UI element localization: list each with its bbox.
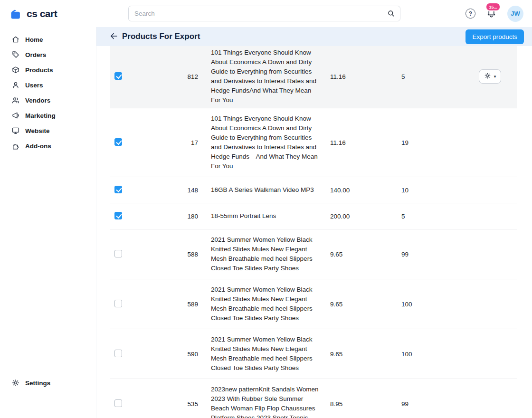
brand-text: cs cart — [27, 8, 57, 19]
sidebar-item-marketing[interactable]: Marketing — [0, 108, 96, 123]
product-qty: 5 — [401, 73, 463, 80]
sidebar-nav: Home Orders Products Users Vendors Marke… — [0, 32, 96, 153]
product-price: 9.65 — [330, 351, 401, 358]
help-icon[interactable]: ? — [466, 9, 475, 19]
product-name: 16GB A Series Walkman Video MP3 — [198, 185, 330, 195]
table-row: 180 18-55mm Portrait Lens 200.00 5 ▾ — [110, 203, 517, 229]
table-row: 148 16GB A Series Walkman Video MP3 140.… — [110, 177, 517, 203]
product-price: 9.65 — [330, 301, 401, 308]
search-icon[interactable] — [387, 9, 396, 20]
product-name: 101 Things Everyone Should Know About Ec… — [198, 48, 330, 105]
caret-down-icon: ▾ — [494, 74, 496, 79]
gear-icon — [11, 379, 20, 387]
search-bar — [128, 6, 400, 21]
row-checkbox[interactable] — [114, 250, 122, 257]
product-qty: 99 — [401, 251, 463, 258]
table-row: 535 2023new patternKnit Sandals Women 20… — [110, 379, 517, 418]
row-checkbox[interactable] — [114, 212, 122, 219]
product-name: 2021 Summer Women Yellow Black Knitted S… — [198, 235, 330, 273]
users-icon — [11, 81, 20, 89]
sidebar-item-orders[interactable]: Orders — [0, 47, 96, 62]
row-checkbox[interactable] — [114, 72, 122, 80]
table-row: 589 2021 Summer Women Yellow Black Knitt… — [110, 279, 517, 329]
row-checkbox[interactable] — [114, 138, 122, 146]
notifications-button[interactable]: 15... — [486, 7, 497, 20]
cs-cart-logo-icon — [10, 7, 23, 20]
product-qty: 100 — [401, 351, 463, 358]
sidebar-item-home[interactable]: Home — [0, 32, 96, 47]
notification-badge: 15... — [485, 2, 501, 11]
topbar-actions: ? 15... JW — [466, 6, 532, 22]
product-id: 812 — [138, 73, 198, 80]
row-checkbox[interactable] — [114, 350, 122, 357]
row-tools-button[interactable]: ▾ — [479, 69, 502, 84]
export-products-button[interactable]: Export products — [466, 29, 524, 44]
products-table-body: 812 101 Things Everyone Should Know Abou… — [110, 46, 517, 418]
product-qty: 5 — [401, 213, 463, 220]
row-checkbox[interactable] — [114, 399, 122, 407]
page-title: Products For Export — [122, 32, 200, 41]
gear-icon — [484, 72, 491, 81]
table-row: 590 2021 Summer Women Yellow Black Knitt… — [110, 329, 517, 379]
sidebar-item-add-ons[interactable]: Add-ons — [0, 138, 96, 153]
product-id: 590 — [138, 351, 198, 358]
table-row: 17 101 Things Everyone Should Know About… — [110, 108, 517, 177]
product-name: 2023new patternKnit Sandals Women 2023 W… — [198, 385, 330, 418]
arrow-left-icon — [109, 31, 119, 42]
product-price: 200.00 — [330, 213, 401, 220]
product-qty: 19 — [401, 139, 463, 146]
page-header: Products For Export Export products — [96, 27, 532, 46]
product-qty: 100 — [401, 301, 463, 308]
sidebar: Home Orders Products Users Vendors Marke… — [0, 27, 96, 418]
product-id: 148 — [138, 187, 198, 194]
product-price: 8.95 — [330, 400, 401, 408]
products-icon — [11, 66, 20, 74]
website-icon — [11, 126, 20, 135]
sidebar-item-users[interactable]: Users — [0, 77, 96, 93]
product-name: 2021 Summer Women Yellow Black Knitted S… — [198, 285, 330, 323]
table-row: 812 101 Things Everyone Should Know Abou… — [110, 46, 517, 108]
row-checkbox[interactable] — [114, 300, 122, 307]
product-name: 2021 Summer Women Yellow Black Knitted S… — [198, 335, 330, 373]
product-id: 589 — [138, 301, 198, 308]
product-id: 17 — [138, 139, 198, 146]
table-row: 588 2021 Summer Women Yellow Black Knitt… — [110, 229, 517, 279]
marketing-icon — [11, 111, 20, 120]
products-table: 812 101 Things Everyone Should Know Abou… — [96, 46, 532, 418]
product-qty: 10 — [401, 187, 463, 194]
product-id: 535 — [138, 400, 198, 408]
sidebar-item-settings[interactable]: Settings — [0, 375, 96, 390]
product-name: 18-55mm Portrait Lens — [198, 211, 330, 221]
cs-cart-logo[interactable]: cs cart — [0, 7, 96, 20]
product-id: 180 — [138, 213, 198, 220]
orders-icon — [11, 50, 20, 59]
bell-icon — [486, 11, 497, 19]
search-input[interactable] — [128, 6, 400, 21]
avatar[interactable]: JW — [507, 6, 523, 22]
product-price: 11.16 — [330, 73, 401, 80]
row-checkbox[interactable] — [114, 186, 122, 193]
vendors-icon — [11, 96, 20, 104]
topbar: cs cart ? 15... JW — [0, 0, 532, 27]
sidebar-item-vendors[interactable]: Vendors — [0, 93, 96, 108]
product-qty: 99 — [401, 400, 463, 408]
main-area: Products For Export Export products 812 … — [96, 27, 532, 418]
product-price: 9.65 — [330, 251, 401, 258]
sidebar-settings-slot: Settings — [0, 375, 96, 390]
sidebar-item-products[interactable]: Products — [0, 62, 96, 77]
product-price: 11.16 — [330, 139, 401, 146]
product-price: 140.00 — [330, 187, 401, 194]
addons-icon — [11, 142, 20, 150]
home-icon — [11, 35, 20, 44]
back-button[interactable] — [108, 30, 120, 43]
product-id: 588 — [138, 251, 198, 258]
sidebar-item-website[interactable]: Website — [0, 123, 96, 138]
product-name: 101 Things Everyone Should Know About Ec… — [198, 114, 330, 171]
